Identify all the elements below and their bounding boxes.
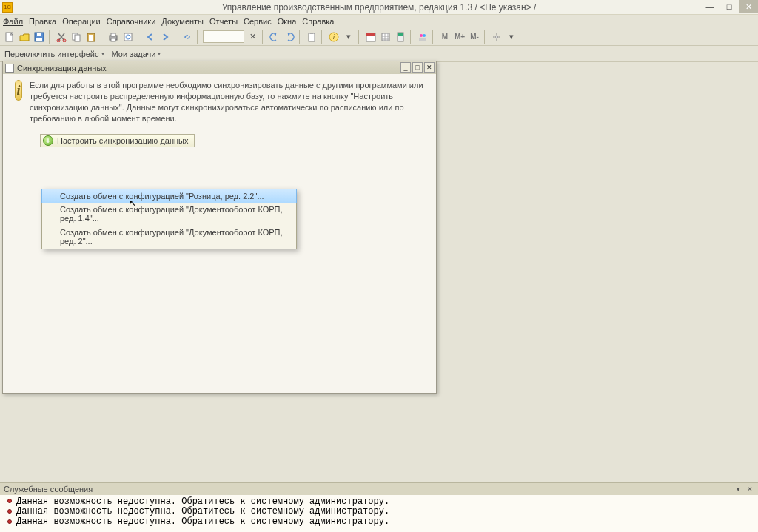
error-bullet-icon [7,499,12,503]
message-line: Данная возможность недоступна. Обратитес… [7,507,751,517]
svg-point-24 [420,34,423,37]
svg-rect-23 [398,33,403,36]
info-row: i Если для работы в этой программе необх… [3,74,436,129]
app-title: Управление производственным предприятием… [0,2,758,13]
toolbar-separator [321,30,324,44]
toolbar-separator [358,30,361,44]
help-icon[interactable]: i [327,30,341,44]
toolbar-separator [138,30,141,44]
inner-title-bar[interactable]: Синхронизация данных _ □ ✕ [3,61,436,74]
toolbar-separator [101,30,104,44]
messages-title: Служебные сообщения [4,485,93,494]
new-icon[interactable] [3,30,16,44]
m-plus-button[interactable]: M+ [453,30,466,44]
save-icon[interactable] [33,30,46,44]
minimize-button[interactable]: — [700,0,720,13]
svg-rect-15 [309,33,315,41]
svg-rect-3 [37,33,41,36]
configure-sync-button[interactable]: + Настроить синхронизацию данных [40,134,195,147]
dropdown-item-doc2[interactable]: Создать обмен с конфигурацией "Документо… [42,226,296,249]
copy-icon[interactable] [70,30,83,44]
svg-point-25 [423,34,426,37]
maximize-button[interactable]: □ [720,0,739,13]
toolbar-separator [432,30,435,44]
svg-rect-12 [111,38,115,41]
plus-icon: + [43,135,53,146]
svg-rect-2 [36,38,42,41]
svg-rect-16 [310,33,313,34]
chevron-down-icon: ▾ [158,50,161,57]
redo-icon[interactable] [158,30,172,44]
search-field[interactable] [203,30,244,43]
toolbar-separator [197,30,200,44]
sync-options-dropdown: Создать обмен с конфигурацией "Розница, … [41,189,297,249]
switch-interface-tab[interactable]: Переключить интерфейс ▾ [4,50,104,58]
menu-bar: Файл Правка Операции Справочники Докумен… [0,15,758,28]
menu-catalogs[interactable]: Справочники [107,17,156,26]
menu-edit[interactable]: Правка [29,17,56,26]
toolbar-separator [49,30,52,44]
svg-rect-7 [75,35,80,41]
info-text: Если для работы в этой программе необход… [30,80,429,124]
messages-collapse-icon[interactable]: ▾ [734,485,742,494]
users-icon[interactable] [416,30,429,44]
toolbar-separator [262,30,265,44]
title-bar: 1C Управление производственным предприят… [0,0,758,15]
messages-close-icon[interactable]: ✕ [745,485,754,494]
calendar-icon[interactable] [364,30,378,44]
preview-icon[interactable] [121,30,135,44]
chevron-down-icon: ▾ [101,50,104,57]
svg-point-27 [495,36,498,38]
m-minus-button[interactable]: M- [468,30,481,44]
link-icon[interactable] [181,30,194,44]
search-clear-icon[interactable]: ✕ [246,30,259,44]
print-icon[interactable] [107,30,120,44]
grid-icon[interactable] [379,30,392,44]
toolbar-separator [175,30,178,44]
toolbar-separator [299,30,302,44]
inner-minimize-button[interactable]: _ [400,62,411,73]
message-line: Данная возможность недоступна. Обратитес… [7,517,751,528]
close-button[interactable]: ✕ [739,0,758,13]
dropdown-item-roznitsa[interactable]: Создать обмен с конфигурацией "Розница, … [41,189,297,203]
svg-rect-20 [366,33,375,36]
message-line: Данная возможность недоступна. Обратитес… [7,497,751,508]
menu-operations[interactable]: Операции [62,17,100,26]
settings-drop-icon[interactable]: ▾ [505,30,518,44]
error-bullet-icon [7,519,12,524]
paste-icon[interactable] [84,30,98,44]
messages-panel: Служебные сообщения ▾ ✕ Данная возможнос… [0,482,758,532]
inner-close-button[interactable]: ✕ [424,62,435,73]
nav-back-icon[interactable] [268,30,281,44]
help-drop-icon[interactable]: ▾ [342,30,355,44]
configure-sync-label: Настроить синхронизацию данных [57,136,188,145]
cut-icon[interactable] [55,30,68,44]
messages-body: Данная возможность недоступна. Обратитес… [0,495,758,532]
tab-label: Мои задачи [112,50,156,58]
menu-reports[interactable]: Отчеты [209,17,238,26]
toolbar-separator [410,30,413,44]
window-controls: — □ ✕ [700,0,758,13]
messages-header: Служебные сообщения ▾ ✕ [0,483,758,495]
tab-label: Переключить интерфейс [4,50,99,58]
m-button[interactable]: M [438,30,452,44]
inner-maximize-button[interactable]: □ [412,62,423,73]
interface-switch-bar: Переключить интерфейс ▾ Мои задачи ▾ [0,46,758,62]
main-toolbar: ✕ i ▾ M M+ M- ▾ [0,28,758,46]
nav-forward-icon[interactable] [283,30,296,44]
menu-service[interactable]: Сервис [244,17,272,26]
app-window: 1C Управление производственным предприят… [0,0,758,532]
open-icon[interactable] [18,30,31,44]
clipboard-icon[interactable] [305,30,318,44]
my-tasks-tab[interactable]: Мои задачи ▾ [112,50,161,58]
menu-help[interactable]: Справка [302,17,334,26]
settings-icon[interactable] [490,30,503,44]
window-icon [5,64,14,73]
menu-documents[interactable]: Документы [161,17,204,26]
svg-rect-26 [419,38,426,41]
undo-icon[interactable] [144,30,157,44]
menu-windows[interactable]: Окна [278,17,297,26]
dropdown-item-doc14[interactable]: Создать обмен с конфигурацией "Документо… [42,203,296,226]
calc-icon[interactable] [394,30,407,44]
menu-file[interactable]: Файл [3,17,23,26]
